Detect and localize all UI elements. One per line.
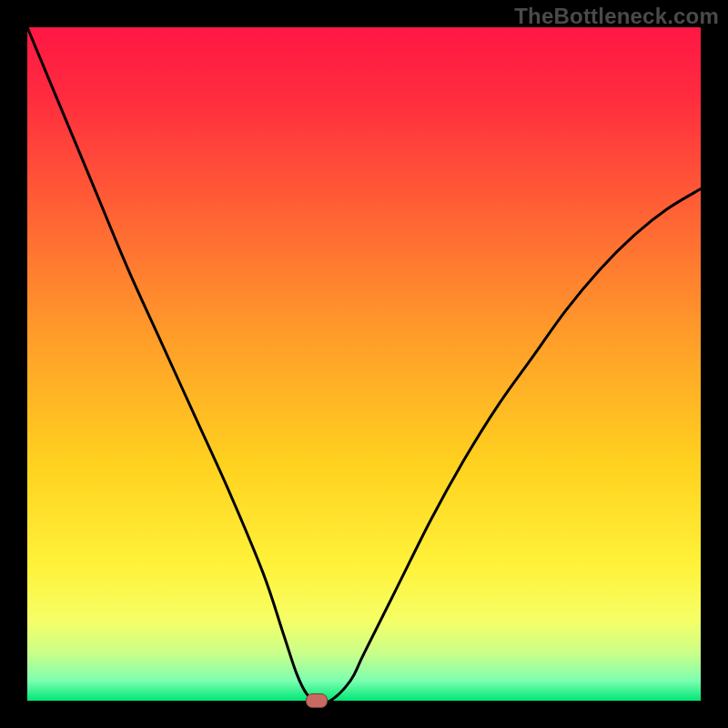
plot-svg — [27, 27, 701, 701]
gradient-background — [27, 27, 701, 701]
plot-area — [27, 27, 701, 701]
optimum-marker — [306, 693, 328, 708]
outer-frame: TheBottleneck.com — [0, 0, 728, 728]
watermark-text: TheBottleneck.com — [514, 4, 719, 29]
